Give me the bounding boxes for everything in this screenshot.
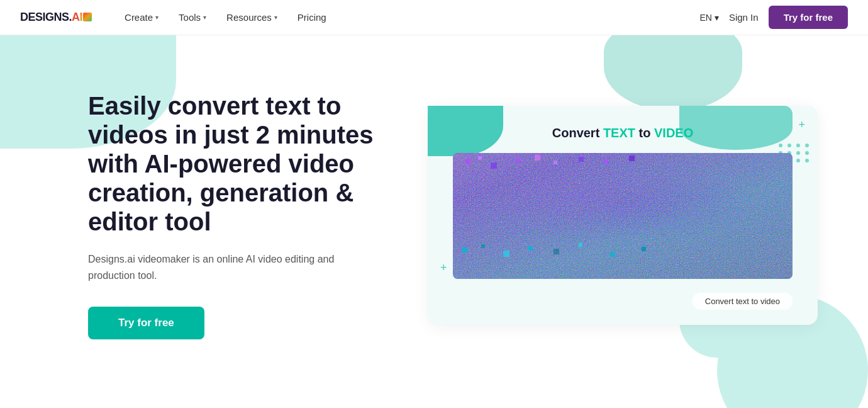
- nav-links: Create ▾ Tools ▾ Resources ▾ Pricing: [117, 7, 699, 28]
- convert-label-wrapper: Convert text to video: [453, 286, 793, 310]
- svg-rect-10: [462, 247, 467, 252]
- svg-rect-7: [579, 157, 584, 162]
- lang-chevron-icon: ▾: [715, 13, 719, 23]
- hero-right-content: + + Convert TEXT to VIDEO: [428, 106, 818, 325]
- svg-rect-16: [610, 252, 615, 257]
- navbar: DESIGNS.AI Create ▾ Tools ▾ Resources ▾ …: [0, 0, 868, 35]
- tools-chevron-icon: ▾: [203, 14, 206, 21]
- svg-rect-9: [629, 156, 635, 161]
- pixel-svg: [453, 153, 793, 279]
- hero-left-content: Easily convert text to videos in just 2 …: [88, 91, 390, 339]
- svg-rect-14: [554, 249, 559, 254]
- bg-blob-topright: [604, 35, 742, 111]
- nav-tools[interactable]: Tools ▾: [171, 7, 214, 28]
- try-free-button-nav[interactable]: Try for free: [769, 6, 848, 29]
- create-chevron-icon: ▾: [155, 14, 159, 21]
- nav-right: EN ▾ Sign In Try for free: [699, 6, 848, 29]
- plus-decoration-2: +: [440, 261, 447, 275]
- pixel-canvas: [453, 153, 793, 279]
- card-title: Convert TEXT to VIDEO: [453, 126, 793, 140]
- logo[interactable]: DESIGNS.AI: [20, 11, 92, 24]
- hero-subtitle: Designs.ai videomaker is an online AI vi…: [88, 251, 352, 283]
- language-selector[interactable]: EN ▾: [699, 13, 718, 23]
- svg-rect-6: [554, 161, 557, 164]
- logo-text: DESIGNS.AI: [20, 11, 92, 24]
- plus-decoration-1: +: [798, 118, 805, 132]
- svg-rect-1: [465, 159, 470, 164]
- svg-rect-11: [481, 244, 485, 248]
- svg-rect-3: [491, 162, 497, 169]
- try-free-button-hero[interactable]: Try for free: [88, 307, 204, 339]
- svg-rect-4: [516, 158, 520, 162]
- svg-rect-5: [535, 155, 540, 161]
- video-preview: [453, 153, 793, 279]
- resources-chevron-icon: ▾: [274, 14, 277, 21]
- svg-rect-13: [528, 246, 533, 251]
- nav-resources[interactable]: Resources ▾: [219, 7, 285, 28]
- svg-rect-12: [503, 251, 509, 257]
- video-card: + + Convert TEXT to VIDEO: [428, 106, 818, 325]
- hero-title: Easily convert text to videos in just 2 …: [88, 91, 390, 236]
- svg-rect-15: [579, 243, 582, 247]
- svg-rect-0: [453, 153, 793, 279]
- hero-section: Easily convert text to videos in just 2 …: [0, 35, 868, 408]
- sign-in-link[interactable]: Sign In: [729, 12, 759, 23]
- nav-pricing[interactable]: Pricing: [290, 7, 334, 28]
- nav-create[interactable]: Create ▾: [117, 7, 166, 28]
- svg-rect-8: [604, 159, 608, 164]
- card-title-video: VIDEO: [654, 126, 693, 140]
- svg-rect-2: [478, 156, 482, 160]
- svg-rect-17: [642, 247, 646, 251]
- card-title-text: TEXT: [603, 126, 635, 140]
- convert-label: Convert text to video: [693, 293, 793, 310]
